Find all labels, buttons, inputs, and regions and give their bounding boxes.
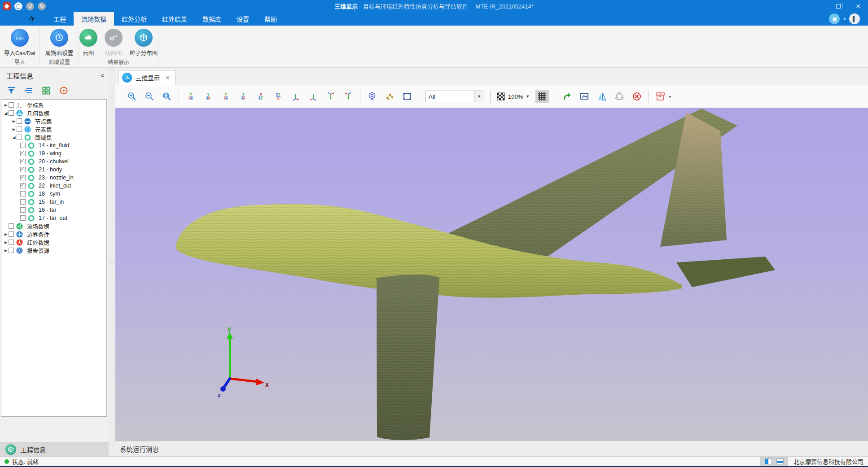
export-view-button[interactable]: [561, 91, 573, 102]
particle-distribution-button[interactable]: 粒子分布图: [127, 28, 161, 58]
tree-checkbox[interactable]: [9, 102, 14, 108]
tree-checkbox[interactable]: [20, 199, 26, 205]
menu-tab-infrared-results[interactable]: 红外结果: [154, 12, 195, 26]
tree-checkbox-checked[interactable]: [20, 175, 26, 180]
layout-bottom-panel-icon[interactable]: [776, 458, 784, 464]
redo-icon[interactable]: ↻: [38, 2, 46, 10]
tree-checkbox[interactable]: [9, 231, 14, 237]
expander-collapsed-icon[interactable]: ▶: [3, 232, 9, 236]
expander-collapsed-icon[interactable]: ▶: [11, 127, 17, 131]
style-caret-icon[interactable]: ▾: [843, 17, 846, 21]
periodic-face-settings-button[interactable]: 周期面设置: [43, 28, 76, 58]
menu-tab-engineering[interactable]: 工程: [46, 12, 74, 26]
mesh-grid-toggle[interactable]: [535, 90, 549, 103]
undo-icon[interactable]: ↺: [26, 2, 34, 10]
group-display-button[interactable]: [614, 91, 625, 102]
tree-checkbox[interactable]: [17, 135, 22, 140]
tab-close-icon[interactable]: ✕: [165, 74, 170, 81]
3d-viewport[interactable]: y x z: [115, 108, 868, 441]
tree-item-surface[interactable]: 20 - chuiwei: [1, 157, 106, 166]
expander-collapsed-icon[interactable]: ▶: [11, 119, 17, 123]
package-caret-icon[interactable]: ▾: [669, 94, 671, 99]
tree-checkbox[interactable]: [9, 240, 14, 245]
menu-tab-flow-data[interactable]: 流场数据: [74, 12, 114, 26]
minimize-button[interactable]: [809, 0, 829, 12]
iso-view-button-3[interactable]: [325, 91, 337, 102]
snapshot-button[interactable]: [579, 91, 590, 102]
zoom-level-dropdown[interactable]: 100% ▼: [496, 92, 530, 101]
menu-tab-database[interactable]: 数据库: [195, 12, 229, 26]
section-box-dropdown[interactable]: ▾: [655, 92, 671, 101]
tree-checkbox[interactable]: [20, 143, 26, 148]
expander-expanded-icon[interactable]: ◢: [3, 111, 9, 115]
view-front-button[interactable]: Yxz: [185, 91, 197, 102]
tree-item-infrared-data[interactable]: ▶ 红外数据: [1, 238, 106, 246]
style-icon[interactable]: ▣: [829, 13, 840, 24]
view-top-button[interactable]: XzY: [255, 91, 267, 102]
tree-checkbox-checked[interactable]: [20, 183, 26, 188]
menu-tab-settings[interactable]: 设置: [229, 12, 257, 26]
display-filter-select[interactable]: All ▼: [425, 91, 484, 102]
tree-item-surface[interactable]: 23 - nozzle_in: [1, 174, 106, 182]
expander-collapsed-icon[interactable]: ▶: [3, 240, 9, 244]
close-button[interactable]: ✕: [848, 0, 868, 12]
panel-collapse-icon[interactable]: <: [101, 72, 104, 79]
tree-checkbox[interactable]: [20, 191, 26, 196]
filter-icon[interactable]: [6, 86, 16, 96]
tree-item-surface[interactable]: 17 - far_out: [1, 214, 106, 222]
box-select-button[interactable]: [401, 91, 413, 102]
tree-item-surface[interactable]: 22 - inlet_out: [1, 182, 106, 190]
particle-trace-button[interactable]: [384, 91, 395, 102]
tree-item-node-set[interactable]: ▶ 节点集: [1, 117, 106, 125]
tree-checkbox-checked[interactable]: [20, 151, 26, 156]
layout-left-panel-icon[interactable]: [765, 458, 772, 464]
target-icon[interactable]: [59, 86, 69, 96]
menu-tab-infrared-analysis[interactable]: 红外分析: [114, 12, 154, 26]
iso-view-button-2[interactable]: [307, 91, 319, 102]
menu-tab-help[interactable]: 帮助: [257, 12, 285, 26]
tree-checkbox[interactable]: [17, 127, 22, 132]
tree-checkbox-checked[interactable]: [20, 159, 26, 164]
tree-item-surface[interactable]: 15 - far_in: [1, 198, 106, 206]
zoom-caret-icon[interactable]: ▼: [526, 94, 530, 99]
tree-checkbox[interactable]: [20, 207, 26, 213]
panel-bottom-tab[interactable]: 工程信息: [0, 442, 109, 456]
tree-checkbox[interactable]: [20, 215, 26, 221]
tree-item-element-set[interactable]: ▶ 元素集: [1, 125, 106, 133]
view-right-button[interactable]: Yzx: [237, 91, 249, 102]
probe-button[interactable]: [366, 91, 378, 102]
zoom-in-button[interactable]: [126, 91, 138, 102]
tree-item-surface[interactable]: 16 - far: [1, 206, 106, 214]
zoom-out-button[interactable]: [144, 91, 155, 102]
expander-expanded-icon[interactable]: ◢: [11, 135, 17, 140]
expander-collapsed-icon[interactable]: ▶: [3, 249, 9, 253]
zoom-fit-button[interactable]: [161, 91, 173, 102]
tree-item-surface[interactable]: 21 - body: [1, 166, 106, 174]
iso-view-button-1[interactable]: [290, 91, 302, 102]
combo-caret-icon[interactable]: ▼: [474, 91, 484, 102]
tree-item-surface[interactable]: 18 - sym: [1, 190, 106, 198]
new-file-icon[interactable]: [14, 2, 22, 10]
tab-3d-display[interactable]: 三维显示 ✕: [118, 70, 176, 85]
panel-splitter[interactable]: ⋮: [109, 68, 115, 456]
tree-item-surface[interactable]: 14 - int_fluid: [1, 141, 106, 149]
tree-checkbox[interactable]: [9, 248, 14, 253]
tree-item-flow-data[interactable]: 流场数据: [1, 222, 106, 230]
tree-item-coordinate-system[interactable]: ▶ Yzx 坐标系: [1, 101, 106, 109]
tree-checkbox[interactable]: [9, 110, 14, 116]
tree-item-surface[interactable]: 19 - wing: [1, 149, 106, 157]
expander-collapsed-icon[interactable]: ▶: [3, 103, 9, 107]
iso-view-button-4[interactable]: [342, 91, 354, 102]
manual-icon[interactable]: ▌: [849, 13, 860, 24]
mirror-button[interactable]: [596, 91, 608, 102]
cloud-map-button[interactable]: 云图: [77, 28, 100, 58]
list-view-icon[interactable]: [24, 86, 34, 96]
view-left-button[interactable]: Yxz: [220, 91, 232, 102]
tree-item-report-resources[interactable]: ▶ 报告资源: [1, 246, 106, 254]
view-bottom-button[interactable]: zYx: [272, 91, 284, 102]
tree-item-geometry-data[interactable]: ◢ 几何数据: [1, 109, 106, 117]
restore-button[interactable]: [829, 0, 848, 12]
tree-item-surface-set[interactable]: ◢ 面域集: [1, 133, 106, 141]
grid-view-icon[interactable]: [41, 86, 51, 96]
import-cas-dat-button[interactable]: cas 导入Cas/Dat: [1, 28, 38, 58]
